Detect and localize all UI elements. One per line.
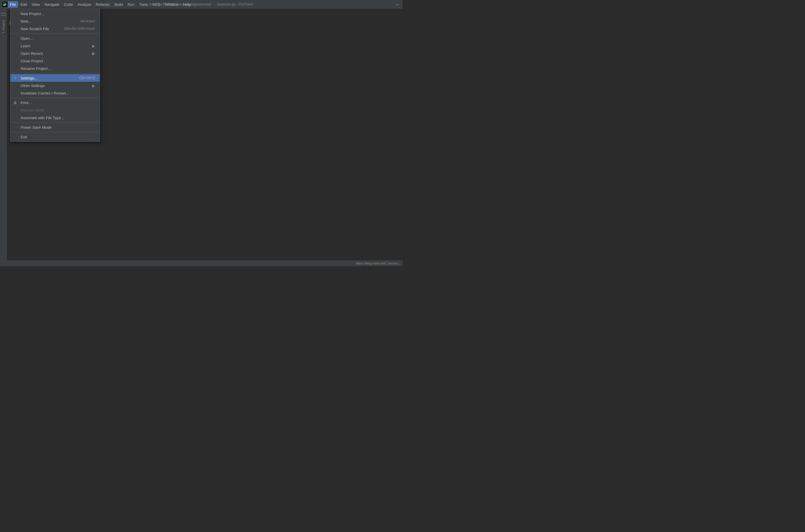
menu-tools[interactable]: Tools <box>137 1 150 8</box>
menu-item-new-scratch[interactable]: New Scratch File Ctrl+Alt+Shift+Insert <box>11 25 100 33</box>
minimize-button[interactable]: — <box>394 1 400 7</box>
project-panel-label[interactable]: 1: Project <box>2 20 5 33</box>
menu-build[interactable]: Build <box>112 1 125 8</box>
app-logo <box>2 2 7 7</box>
menu-item-print[interactable]: 🖨 Print... <box>11 99 100 107</box>
window-title: exercise [F:\Machine Learning\exercise] … <box>149 2 253 6</box>
left-sidebar: 1: Project <box>0 9 7 260</box>
menu-item-learn[interactable]: Learn ▶ <box>11 42 100 50</box>
status-bar-right-text: https://blog.csdn.net/l_secrea... <box>356 262 400 265</box>
separator-3 <box>11 98 100 98</box>
status-bar: https://blog.csdn.net/l_secrea... <box>0 260 402 266</box>
menu-run[interactable]: Run <box>125 1 137 8</box>
menu-file[interactable]: File <box>7 1 18 8</box>
menu-analyze[interactable]: Analyze <box>75 1 93 8</box>
window-controls: — <box>394 1 400 7</box>
menu-item-remove-bom: Remove BOM <box>11 107 100 114</box>
learn-arrow-icon: ▶ <box>92 44 95 48</box>
separator-1 <box>11 33 100 34</box>
menu-item-other-settings[interactable]: Other Settings ▶ <box>11 82 100 89</box>
menu-item-new-project[interactable]: New Project... <box>11 10 100 17</box>
menu-refactor[interactable]: Refactor <box>93 1 112 8</box>
separator-5 <box>11 132 100 132</box>
menu-item-close-project[interactable]: Close Project <box>11 57 100 65</box>
menu-item-new[interactable]: New... Alt+Insert <box>11 17 100 25</box>
menu-edit[interactable]: Edit <box>18 1 29 8</box>
menu-item-invalidate-caches[interactable]: Invalidate Caches / Restart... <box>11 89 100 97</box>
svg-rect-3 <box>2 13 5 16</box>
menu-item-open-recent[interactable]: Open Recent ▶ <box>11 50 100 57</box>
menu-item-settings[interactable]: ⚙ Settings... Ctrl+Alt+S <box>11 74 100 82</box>
menu-navigate[interactable]: Navigate <box>42 1 61 8</box>
other-settings-arrow-icon: ▶ <box>92 83 95 88</box>
settings-icon: ⚙ <box>13 76 17 80</box>
menu-item-open[interactable]: Open... <box>11 35 100 42</box>
menu-view[interactable]: View <box>29 1 42 8</box>
sidebar-icon-folder[interactable] <box>0 11 7 17</box>
separator-2 <box>11 73 100 73</box>
open-recent-arrow-icon: ▶ <box>92 51 95 56</box>
menu-code[interactable]: Code <box>62 1 75 8</box>
menu-item-power-save[interactable]: Power Save Mode <box>11 124 100 131</box>
printer-icon: 🖨 <box>13 101 17 104</box>
file-menu-dropdown: New Project... New... Alt+Insert New Scr… <box>10 9 100 142</box>
svg-point-2 <box>4 3 6 5</box>
menu-item-rename-project[interactable]: Rename Project... <box>11 65 100 72</box>
title-bar: File Edit View Navigate Code Analyze Ref… <box>0 0 402 9</box>
menu-item-exit[interactable]: Exit <box>11 133 100 140</box>
menu-item-associate-filetype[interactable]: Associate with File Type... <box>11 114 100 121</box>
